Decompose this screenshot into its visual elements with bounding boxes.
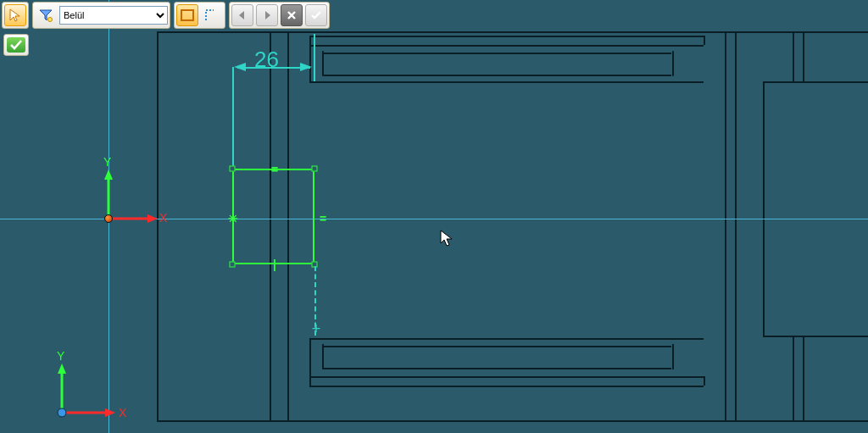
part-edge xyxy=(672,344,674,369)
part-edge xyxy=(324,346,671,347)
part-edge xyxy=(322,51,324,76)
part-edge xyxy=(309,36,704,37)
part-edge xyxy=(725,31,726,422)
toolbar-panel-left xyxy=(2,2,29,29)
part-edge xyxy=(324,368,671,369)
dimension-arrow-icon xyxy=(300,63,312,71)
forward-button[interactable] xyxy=(256,4,278,26)
part-edge xyxy=(763,336,868,337)
part-edge xyxy=(793,337,794,422)
sketch-vertex[interactable] xyxy=(230,166,236,172)
part-edge xyxy=(735,31,737,422)
part-edge xyxy=(763,81,868,83)
part-edge xyxy=(157,420,868,422)
cursor-icon xyxy=(440,230,452,247)
part-edge xyxy=(803,31,804,81)
origin-triad: Y X xyxy=(83,168,134,219)
svg-text:Y: Y xyxy=(57,349,65,363)
part-edge xyxy=(309,386,704,387)
part-edge xyxy=(324,75,671,76)
svg-point-13 xyxy=(48,18,53,22)
part-edge xyxy=(704,36,705,45)
midpoint-constraint-icon: = xyxy=(271,163,278,176)
midpoint-constraint-icon: ✳ xyxy=(228,212,238,225)
part-edge xyxy=(157,31,868,33)
sketch-vertex[interactable] xyxy=(230,262,236,268)
part-edge xyxy=(322,344,324,369)
part-edge xyxy=(672,51,674,76)
part-edge xyxy=(803,337,804,422)
part-edge xyxy=(309,45,704,47)
construction-point-icon: + xyxy=(312,320,321,338)
part-edge xyxy=(309,36,311,83)
svg-marker-1 xyxy=(104,169,113,180)
accept-sketch-button[interactable] xyxy=(3,34,29,56)
part-edge xyxy=(704,376,705,386)
part-edge xyxy=(763,81,765,337)
svg-point-12 xyxy=(58,408,66,417)
dimension-value[interactable]: 26 xyxy=(254,47,279,73)
confirm-button[interactable] xyxy=(305,4,327,26)
filter-button[interactable] xyxy=(35,4,57,26)
toolbar-panel-mode xyxy=(174,2,225,29)
part-edge xyxy=(309,81,704,83)
part-edge xyxy=(324,53,671,54)
svg-marker-10 xyxy=(105,408,115,417)
part-edge xyxy=(309,338,704,340)
cancel-button[interactable] xyxy=(281,4,303,26)
midpoint-constraint-icon: | xyxy=(273,258,276,271)
mode-fill-button[interactable] xyxy=(176,4,198,26)
sketch-rectangle[interactable] xyxy=(232,169,314,264)
select-tool-button[interactable] xyxy=(4,4,26,26)
back-button[interactable] xyxy=(231,4,253,26)
sketch-vertex[interactable] xyxy=(312,166,318,172)
dimension-arrow-icon xyxy=(234,63,246,71)
part-edge xyxy=(309,376,704,378)
svg-text:X: X xyxy=(119,406,127,419)
part-edge xyxy=(157,31,159,422)
svg-rect-14 xyxy=(181,10,193,20)
toolbar-panel-filter: Belül xyxy=(32,2,170,29)
part-edge xyxy=(793,31,794,81)
mode-outline-button[interactable] xyxy=(201,4,223,26)
toolbar-panel-nav xyxy=(229,2,330,29)
svg-text:Y: Y xyxy=(103,155,112,169)
midpoint-constraint-icon: = xyxy=(320,212,326,225)
dimension-ext-line xyxy=(232,67,234,169)
toolbar: Belül xyxy=(2,2,330,29)
ucs-triad: Y X xyxy=(41,358,92,408)
part-edge xyxy=(309,338,311,386)
check-icon xyxy=(7,37,25,53)
origin-point xyxy=(104,214,113,223)
filter-dropdown[interactable]: Belül xyxy=(59,6,168,25)
dimension-ext-line xyxy=(314,34,315,81)
svg-text:X: X xyxy=(159,211,168,225)
svg-marker-7 xyxy=(58,364,66,374)
drawing-canvas[interactable]: Y X Y X 26 = | ✳ = + xyxy=(0,0,868,433)
